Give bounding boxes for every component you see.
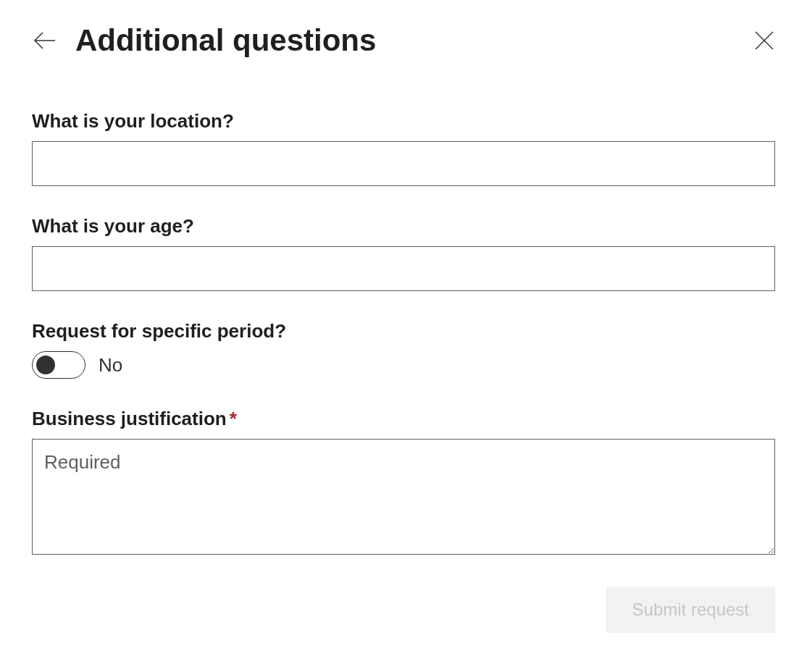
dialog-header: Additional questions (32, 23, 775, 58)
dialog-footer: Submit request (32, 587, 775, 633)
required-indicator: * (230, 408, 237, 429)
age-input[interactable] (32, 246, 775, 291)
location-input[interactable] (32, 141, 775, 186)
period-toggle-state: No (99, 354, 122, 377)
justification-label-text: Business justification (32, 408, 227, 429)
arrow-left-icon (32, 28, 58, 54)
submit-button[interactable]: Submit request (606, 587, 775, 633)
period-field-group: Request for specific period? No (32, 320, 775, 379)
justification-textarea[interactable] (32, 439, 775, 555)
location-label: What is your location? (32, 110, 775, 133)
back-button[interactable] (32, 28, 58, 54)
toggle-knob-icon (36, 356, 55, 374)
justification-label: Business justification* (32, 408, 775, 430)
location-field-group: What is your location? (32, 110, 775, 186)
age-label: What is your age? (32, 215, 775, 238)
period-label: Request for specific period? (32, 320, 775, 343)
close-icon (753, 30, 775, 51)
dialog-container: Additional questions What is your locati… (0, 0, 807, 656)
close-button[interactable] (753, 30, 775, 51)
period-toggle[interactable] (32, 351, 85, 379)
page-title: Additional questions (75, 23, 753, 58)
period-toggle-row: No (32, 351, 775, 379)
justification-field-group: Business justification* (32, 408, 775, 558)
age-field-group: What is your age? (32, 215, 775, 291)
